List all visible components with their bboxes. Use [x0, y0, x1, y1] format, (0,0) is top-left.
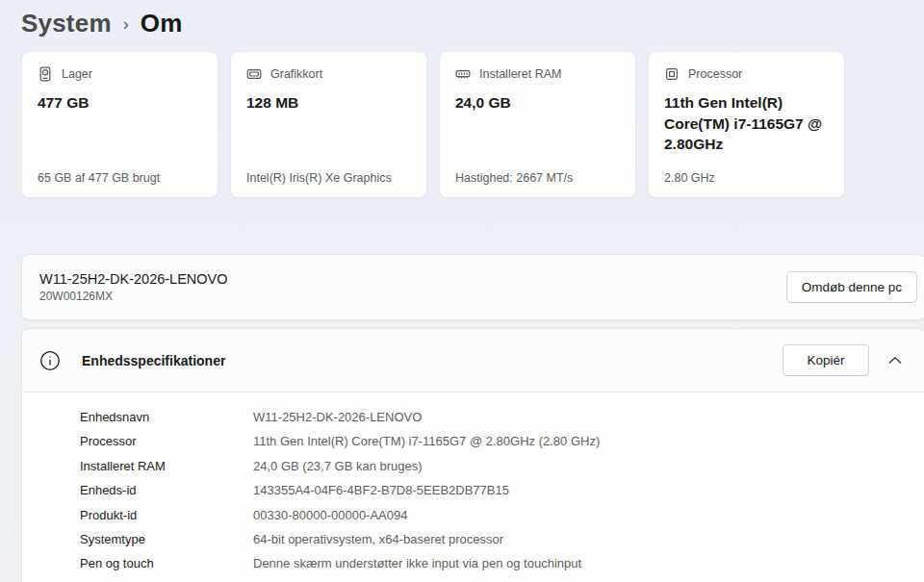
spec-value: 11th Gen Intel(R) Core(TM) i7-1165G7 @ 2… — [253, 429, 600, 453]
device-identity: W11-25H2-DK-2026-LENOVO 20W00126MX — [39, 271, 228, 303]
copy-button[interactable]: Kopiér — [783, 344, 869, 376]
spec-value: 64-bit operativsystem, x64-baseret proce… — [253, 527, 503, 551]
spec-row-pen-touch: Pen og touch Denne skærm understøtter ik… — [80, 551, 924, 575]
rename-pc-button[interactable]: Omdøb denne pc — [786, 271, 917, 303]
device-specifications-table: Enhedsnavn W11-25H2-DK-2026-LENOVO Proce… — [22, 392, 924, 582]
spec-row-ram: Installeret RAM 24,0 GB (23,7 GB kan bru… — [80, 454, 924, 478]
breadcrumb-chevron-icon: › — [123, 14, 129, 35]
spec-value: 00330-80000-00000-AA094 — [253, 503, 407, 527]
spec-label: Enheds-id — [80, 478, 253, 502]
spec-row-processor: Processor 11th Gen Intel(R) Core(TM) i7-… — [80, 429, 924, 453]
summary-cards: Lager 477 GB 65 GB af 477 GB brugt Grafi… — [21, 51, 924, 198]
card-processor-footer: 2.80 GHz — [664, 171, 829, 185]
device-specifications-title: Enhedsspecifikationer — [82, 353, 225, 368]
cpu-icon — [664, 66, 680, 82]
card-storage-label: Lager — [62, 67, 92, 81]
card-ram-footer: Hastighed: 2667 MT/s — [455, 171, 620, 185]
card-storage-footer: 65 GB af 477 GB brugt — [38, 171, 202, 185]
spec-label: Systemtype — [80, 527, 253, 551]
info-icon — [39, 350, 61, 371]
device-name: W11-25H2-DK-2026-LENOVO — [39, 271, 228, 287]
ram-icon — [455, 66, 471, 82]
card-processor-label: Processor — [688, 67, 742, 81]
spec-label: Installeret RAM — [80, 454, 253, 478]
breadcrumb: System › Om — [0, 0, 924, 42]
card-processor-value: 11th Gen Intel(R) Core(TM) i7-1165G7 @ 2… — [664, 92, 829, 155]
card-processor: Processor 11th Gen Intel(R) Core(TM) i7-… — [648, 51, 845, 198]
card-ram: Installeret RAM 24,0 GB Hastighed: 2667 … — [439, 51, 636, 198]
device-specifications-panel: Enhedsspecifikationer Kopiér Enhedsnavn … — [21, 328, 924, 582]
spec-row-product-id: Produkt-id 00330-80000-00000-AA094 — [80, 503, 924, 527]
spec-value: Denne skærm understøtter ikke input via … — [253, 551, 581, 575]
spec-value: 143355A4-04F6-4BF2-B7D8-5EEB2DB77B15 — [253, 478, 509, 502]
card-graphics-value: 128 MB — [246, 92, 411, 114]
card-graphics: Grafikkort 128 MB Intel(R) Iris(R) Xe Gr… — [230, 51, 427, 198]
card-graphics-footer: Intel(R) Iris(R) Xe Graphics — [246, 171, 411, 185]
device-name-panel: W11-25H2-DK-2026-LENOVO 20W00126MX Omdøb… — [21, 254, 924, 320]
spec-label: Processor — [80, 429, 253, 453]
breadcrumb-system[interactable]: System — [21, 9, 112, 38]
spec-label: Enhedsnavn — [80, 405, 253, 429]
gpu-icon — [246, 66, 262, 82]
spec-row-device-name: Enhedsnavn W11-25H2-DK-2026-LENOVO — [80, 405, 924, 429]
card-storage-value: 477 GB — [38, 92, 202, 114]
spec-row-system-type: Systemtype 64-bit operativsystem, x64-ba… — [80, 527, 924, 551]
storage-icon — [38, 66, 53, 82]
spec-label: Pen og touch — [80, 551, 253, 575]
chevron-up-icon[interactable] — [888, 356, 902, 365]
card-storage: Lager 477 GB 65 GB af 477 GB brugt — [21, 51, 218, 198]
card-graphics-label: Grafikkort — [270, 67, 322, 81]
spec-value: W11-25H2-DK-2026-LENOVO — [253, 405, 422, 429]
card-ram-value: 24,0 GB — [455, 92, 620, 114]
card-ram-label: Installeret RAM — [479, 67, 561, 81]
device-specifications-header[interactable]: Enhedsspecifikationer Kopiér — [22, 329, 924, 392]
spec-row-device-id: Enheds-id 143355A4-04F6-4BF2-B7D8-5EEB2D… — [80, 478, 924, 502]
spec-value: 24,0 GB (23,7 GB kan bruges) — [253, 454, 423, 478]
device-model: 20W00126MX — [39, 290, 228, 303]
page-title: Om — [141, 9, 183, 38]
spec-label: Produkt-id — [80, 503, 253, 527]
